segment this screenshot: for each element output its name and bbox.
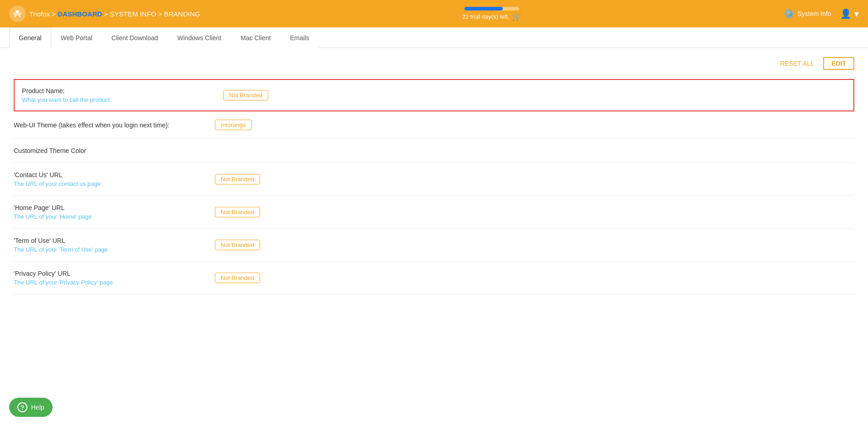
privacy-policy-badge: Not Branded	[215, 273, 260, 283]
web-ui-theme-badge: mtorange	[215, 120, 252, 130]
tab-client-download[interactable]: Client Download	[102, 27, 168, 48]
svg-point-1	[14, 13, 16, 15]
cart-icon[interactable]: 🛒	[512, 12, 521, 21]
setting-row-contact-us: 'Contact Us' URL The URL of your contact…	[14, 163, 854, 196]
home-page-sublabel: The URL of your 'Home' page	[14, 213, 215, 220]
trial-days-text: 22 trial day(s) left.	[462, 13, 509, 20]
setting-label-col-privacy-policy: 'Privacy Policy' URL The URL of your 'Pr…	[14, 270, 215, 286]
term-of-use-sublabel: The URL of your 'Term of Use' page	[14, 246, 215, 253]
brand-name: Triofox	[29, 10, 50, 18]
edit-button[interactable]: EDIT	[823, 57, 854, 70]
triofox-logo-icon	[9, 5, 26, 22]
web-ui-theme-label: Web-UI Theme (takes effect when you logi…	[14, 121, 215, 129]
header-center: 22 trial day(s) left. 🛒	[462, 7, 521, 21]
product-name-value-col: Not Branded	[223, 90, 846, 100]
separator1: >	[52, 10, 56, 18]
trial-bar-container	[464, 7, 519, 11]
home-page-value-col: Not Branded	[215, 207, 854, 217]
trial-progress-bg	[464, 7, 519, 11]
user-icon[interactable]: 👤 ▾	[840, 8, 859, 19]
term-of-use-value-col: Not Branded	[215, 240, 854, 250]
trial-info: 22 trial day(s) left. 🛒	[462, 12, 521, 21]
setting-label-col-term-of-use: 'Term of Use' URL The URL of your 'Term …	[14, 237, 215, 253]
branding-breadcrumb: BRANDING	[164, 10, 200, 18]
dashboard-link[interactable]: DASHBOARD	[58, 10, 102, 18]
breadcrumb: Triofox > DASHBOARD > SYSTEM INFO > BRAN…	[29, 10, 200, 18]
svg-point-0	[16, 10, 19, 14]
setting-label-col-product-name: Product Name: What you want to call the …	[22, 87, 223, 103]
tab-general[interactable]: General	[9, 27, 51, 48]
content-area: RESET ALL EDIT Product Name: What you wa…	[0, 48, 868, 304]
tab-mac-client[interactable]: Mac Client	[231, 27, 280, 48]
contact-us-badge: Not Branded	[215, 174, 260, 184]
tab-windows-client[interactable]: Windows Client	[168, 27, 231, 48]
system-info-label: System Info	[798, 10, 831, 17]
trial-progress-fill	[464, 7, 503, 11]
header: Triofox > DASHBOARD > SYSTEM INFO > BRAN…	[0, 0, 868, 27]
contact-us-value-col: Not Branded	[215, 174, 854, 184]
privacy-policy-sublabel: The URL of your 'Privacy Policy' page	[14, 279, 215, 286]
home-page-badge: Not Branded	[215, 207, 260, 217]
contact-us-label: 'Contact Us' URL	[14, 171, 215, 179]
separator2: >	[104, 10, 108, 18]
separator3: >	[158, 10, 162, 18]
setting-label-col-theme-color: Customized Theme Color	[14, 147, 215, 154]
setting-row-web-ui-theme: Web-UI Theme (takes effect when you logi…	[14, 111, 854, 139]
setting-label-col-home-page: 'Home Page' URL The URL of your 'Home' p…	[14, 204, 215, 220]
product-name-label: Product Name:	[22, 87, 223, 95]
system-info-link[interactable]: ⚙️ System Info	[783, 8, 831, 19]
tab-emails[interactable]: Emails	[280, 27, 319, 48]
settings-section: Product Name: What you want to call the …	[14, 79, 854, 295]
setting-row-home-page: 'Home Page' URL The URL of your 'Home' p…	[14, 196, 854, 229]
header-right: ⚙️ System Info 👤 ▾	[783, 8, 859, 19]
setting-label-col-theme: Web-UI Theme (takes effect when you logi…	[14, 121, 215, 129]
web-ui-theme-value-col: mtorange	[215, 120, 854, 130]
svg-point-2	[19, 13, 21, 15]
setting-row-privacy-policy: 'Privacy Policy' URL The URL of your 'Pr…	[14, 262, 854, 295]
privacy-policy-value-col: Not Branded	[215, 273, 854, 283]
product-name-badge: Not Branded	[223, 90, 268, 100]
contact-us-sublabel: The URL of your contact us page	[14, 180, 215, 187]
header-left: Triofox > DASHBOARD > SYSTEM INFO > BRAN…	[9, 5, 200, 22]
privacy-policy-label: 'Privacy Policy' URL	[14, 270, 215, 277]
setting-row-theme-color: Customized Theme Color	[14, 139, 854, 163]
home-page-label: 'Home Page' URL	[14, 204, 215, 211]
actions-row: RESET ALL EDIT	[14, 57, 854, 70]
theme-color-label: Customized Theme Color	[14, 147, 215, 154]
tabs-container: General Web Portal Client Download Windo…	[0, 27, 868, 48]
gear-icon: ⚙️	[783, 8, 795, 19]
tab-web-portal[interactable]: Web Portal	[51, 27, 102, 48]
setting-label-col-contact-us: 'Contact Us' URL The URL of your contact…	[14, 171, 215, 187]
reset-all-button[interactable]: RESET ALL	[780, 60, 814, 67]
setting-row-term-of-use: 'Term of Use' URL The URL of your 'Term …	[14, 229, 854, 262]
term-of-use-badge: Not Branded	[215, 240, 260, 250]
setting-row-product-name: Product Name: What you want to call the …	[14, 79, 854, 111]
term-of-use-label: 'Term of Use' URL	[14, 237, 215, 244]
product-name-sublabel: What you want to call the product.	[22, 96, 223, 103]
system-info-breadcrumb: SYSTEM INFO	[110, 10, 156, 18]
